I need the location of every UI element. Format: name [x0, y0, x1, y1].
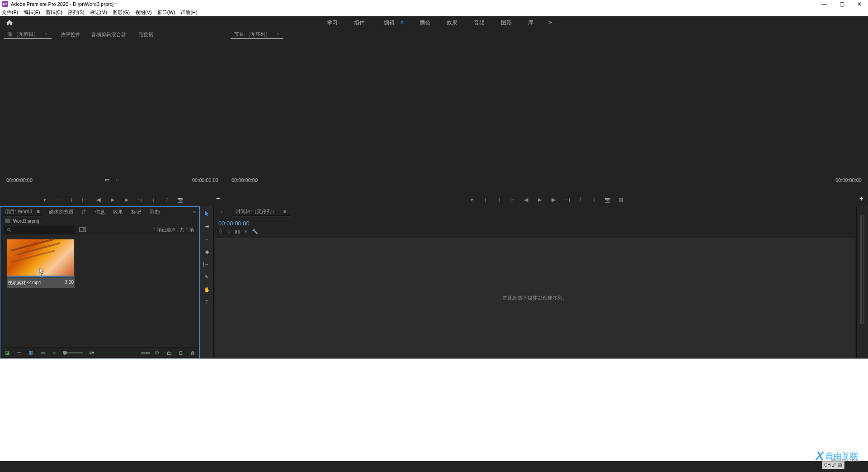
marker-badge-icon[interactable]: ▾: [245, 229, 247, 234]
snap-icon[interactable]: ⚲: [218, 229, 222, 234]
project-items-area[interactable]: 视频素材~2.mp4 3:00: [3, 235, 197, 347]
ripple-edit-tool-icon[interactable]: ↔: [203, 234, 212, 243]
menu-window[interactable]: 窗口(W): [157, 9, 175, 16]
mark-out-icon[interactable]: }: [496, 196, 502, 203]
razor-tool-icon[interactable]: ◆: [203, 247, 212, 256]
project-search-input[interactable]: [4, 226, 75, 234]
minimize-button[interactable]: —: [821, 1, 827, 7]
step-back-icon[interactable]: ◀|: [523, 196, 529, 203]
workspace-editing[interactable]: 编辑 ≡: [378, 17, 406, 29]
new-bin-icon[interactable]: 🗀: [166, 350, 172, 356]
workspace-color[interactable]: 颜色: [417, 17, 433, 29]
freeform-view-icon[interactable]: ▭: [39, 350, 46, 356]
pen-tool-icon[interactable]: ✎: [203, 272, 212, 281]
step-back-icon[interactable]: ◀|: [96, 196, 102, 203]
menu-graphics[interactable]: 图形(G): [113, 9, 130, 16]
zoom-slider-handle-icon[interactable]: ○: [51, 350, 57, 356]
tab-project[interactable]: 项目: Word3 ≡: [3, 207, 42, 216]
tab-effects[interactable]: 效果: [112, 208, 124, 216]
workspace-libraries[interactable]: 库: [525, 17, 536, 29]
project-clip[interactable]: 视频素材~2.mp4 3:00: [7, 239, 75, 288]
timeline-playhead-tc[interactable]: 00;00;00;00: [218, 220, 852, 227]
type-tool-icon[interactable]: T: [203, 298, 212, 307]
fit-icon[interactable]: ▭: [105, 177, 109, 183]
step-forward-icon[interactable]: |▶: [550, 196, 557, 203]
menu-edit[interactable]: 编辑(E): [24, 9, 40, 16]
mark-in-icon[interactable]: {: [55, 196, 61, 203]
ime-indicator[interactable]: CH 🖊 简: [822, 461, 844, 469]
project-tabs-overflow[interactable]: »: [192, 208, 197, 215]
export-frame-icon[interactable]: 📷: [604, 196, 611, 203]
go-to-in-icon[interactable]: |←: [82, 196, 89, 203]
slip-tool-icon[interactable]: |↔|: [203, 260, 212, 269]
program-tc-in[interactable]: 00:00:00:00: [231, 177, 258, 183]
tab-info[interactable]: 信息: [94, 208, 106, 216]
sort-icon[interactable]: ≡▾: [89, 350, 95, 356]
automate-to-sequence-icon[interactable]: ▭▭: [142, 350, 149, 356]
extract-icon[interactable]: ⤵: [591, 196, 597, 203]
home-icon[interactable]: [5, 18, 14, 27]
workspace-effects[interactable]: 效果: [444, 17, 460, 29]
step-forward-icon[interactable]: |▶: [123, 196, 129, 203]
workspace-graphics[interactable]: 图形: [498, 17, 514, 29]
find-icon[interactable]: [154, 350, 160, 356]
workspace-overflow[interactable]: »: [547, 17, 554, 29]
lift-icon[interactable]: ⤴: [577, 196, 584, 203]
go-to-out-icon[interactable]: →|: [564, 196, 570, 203]
menu-help[interactable]: 帮助(H): [180, 9, 197, 16]
overwrite-icon[interactable]: ⤴: [164, 196, 170, 203]
thumbnail-size-slider[interactable]: [63, 352, 83, 353]
button-editor-icon[interactable]: +: [216, 195, 220, 203]
tab-program[interactable]: 节目:（无序列） ≡: [231, 30, 283, 39]
selection-tool-icon[interactable]: [203, 209, 212, 218]
tab-audio-clip-mixer[interactable]: 音频剪辑混合器:: [90, 30, 129, 39]
list-view-icon[interactable]: ☰: [16, 350, 22, 356]
source-tc-out[interactable]: 00:00:00:00: [192, 177, 218, 183]
workspace-audio[interactable]: 音频: [471, 17, 487, 29]
tab-markers[interactable]: 标记: [130, 208, 142, 216]
button-editor-icon[interactable]: +: [859, 195, 863, 203]
clip-thumbnail[interactable]: [7, 239, 75, 278]
mark-out-icon[interactable]: }: [69, 196, 75, 203]
writable-toggle-icon[interactable]: ◪: [4, 350, 10, 356]
menu-clip[interactable]: 剪辑(C): [46, 9, 62, 16]
go-to-in-icon[interactable]: |←: [509, 196, 516, 203]
delete-icon[interactable]: 🗑: [189, 350, 196, 356]
source-tc-in[interactable]: 00:00:00:00: [6, 177, 33, 183]
workspace-assembly[interactable]: 组件: [351, 17, 368, 29]
marker-icon[interactable]: ▾: [469, 196, 475, 203]
menu-markers[interactable]: 标记(M): [90, 9, 108, 16]
project-filename[interactable]: Word3.prproj: [13, 219, 39, 224]
marker-icon[interactable]: ▾: [42, 196, 48, 203]
tab-metadata[interactable]: 元数据: [137, 30, 155, 39]
new-item-icon[interactable]: 🗋: [178, 350, 184, 356]
timeline-settings-icon[interactable]: 🔧: [252, 229, 258, 234]
menu-file[interactable]: 文件(F): [2, 9, 18, 16]
icon-view-icon[interactable]: ▦: [28, 350, 34, 356]
tab-history[interactable]: 历史i: [148, 208, 161, 216]
mark-in-icon[interactable]: {: [482, 196, 489, 203]
menu-view[interactable]: 视图(V): [135, 9, 152, 16]
workspace-learn[interactable]: 学习: [324, 17, 340, 29]
new-search-bin-icon[interactable]: [79, 227, 86, 233]
program-tc-out[interactable]: 00:00:00:00: [835, 177, 862, 183]
go-to-out-icon[interactable]: →|: [137, 196, 143, 203]
tab-libraries[interactable]: 库: [81, 208, 88, 216]
tab-effect-controls[interactable]: 效果控件: [59, 30, 82, 39]
insert-icon[interactable]: ⤵: [150, 196, 156, 203]
tab-source[interactable]: 源:（无剪辑） ≡: [4, 30, 52, 39]
close-button[interactable]: ✕: [857, 1, 862, 7]
linked-selection-icon[interactable]: ∩: [226, 229, 230, 234]
play-icon[interactable]: ▶: [537, 196, 543, 203]
hand-tool-icon[interactable]: ✋: [203, 285, 212, 294]
timeline-drop-area[interactable]: 在此处放下媒体以创建序列。: [215, 238, 855, 358]
play-icon[interactable]: ▶: [109, 196, 116, 203]
export-frame-icon[interactable]: 📷: [177, 196, 184, 203]
maximize-button[interactable]: ▢: [840, 1, 844, 7]
add-marker-icon[interactable]: ▮▮: [235, 229, 240, 234]
tab-timeline[interactable]: 时间轴:（无序列） ≡: [232, 207, 290, 216]
compare-icon[interactable]: ▦: [618, 196, 624, 203]
menu-sequence[interactable]: 序列(S): [68, 9, 85, 16]
zoom-icon[interactable]: ↔: [115, 177, 120, 183]
track-select-tool-icon[interactable]: ⇥: [203, 222, 212, 231]
